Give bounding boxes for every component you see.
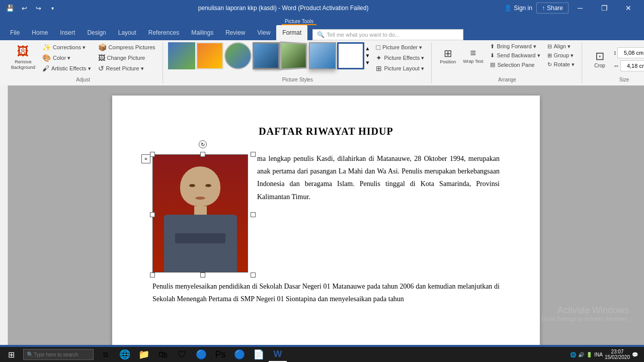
tab-references[interactable]: References xyxy=(142,25,185,40)
artistic-icon: 🖌 xyxy=(42,64,49,72)
selected-image-container[interactable]: ↻ ≡ xyxy=(152,154,253,275)
tab-design[interactable]: Design xyxy=(81,25,112,40)
handle-top-right[interactable] xyxy=(251,152,256,157)
tab-insert[interactable]: Insert xyxy=(54,25,81,40)
photoshop-button[interactable]: Ps xyxy=(211,347,229,362)
send-backward-button[interactable]: ⬇ Send Backward ▾ xyxy=(487,51,543,60)
remove-background-button[interactable]: 🖼 RemoveBackground xyxy=(8,42,38,72)
align-button[interactable]: ⊟ Align ▾ xyxy=(544,42,578,51)
rotate-button[interactable]: ↻ Rotate ▾ xyxy=(544,60,578,69)
picture-style-7[interactable] xyxy=(337,42,364,69)
selection-pane-button[interactable]: ▤ Selection Pane xyxy=(487,60,543,69)
save-icon[interactable]: 💾 xyxy=(4,2,16,14)
taskbar-search[interactable]: 🔍 xyxy=(23,349,94,360)
color-button[interactable]: 🎨 Color ▾ xyxy=(39,53,94,63)
restore-button[interactable]: ❐ xyxy=(593,0,616,16)
corrections-button[interactable]: ✨ Corrections ▾ xyxy=(39,42,94,52)
width-field[interactable] xyxy=(620,60,644,71)
picture-style-3[interactable] xyxy=(224,42,252,69)
handle-bot-mid[interactable] xyxy=(200,273,205,278)
tab-view[interactable]: View xyxy=(252,25,277,40)
sign-in-label: Sign in xyxy=(514,5,532,12)
handle-top-mid[interactable] xyxy=(200,152,205,157)
notifications-icon[interactable]: 💬 xyxy=(632,352,638,357)
picture-style-4[interactable] xyxy=(253,42,280,69)
picture-style-6[interactable] xyxy=(309,42,336,69)
align-col: ⊟ Align ▾ ⊞ Group ▾ ↻ Rotate ▾ xyxy=(544,42,578,69)
scroll-down-icon[interactable]: ▼ xyxy=(365,52,370,59)
chrome-button[interactable]: 🔵 xyxy=(192,347,210,362)
tab-layout[interactable]: Layout xyxy=(112,25,142,40)
handle-bot-left[interactable] xyxy=(150,273,155,278)
photo-head xyxy=(180,166,220,206)
crop-button[interactable]: ⊡ Crop xyxy=(587,48,612,70)
antivirus-button[interactable]: 🛡 xyxy=(173,347,191,362)
height-field[interactable] xyxy=(617,47,644,58)
picture-effects-button[interactable]: ✦ Picture Effects ▾ xyxy=(373,53,427,63)
task-view-button[interactable]: ⧉ xyxy=(97,347,115,362)
size-group: ⊡ Crop ↕ ▲ ▼ ↔ ▲ ▼ xyxy=(583,42,644,83)
tab-home[interactable]: Home xyxy=(26,25,54,40)
compress-pictures-button[interactable]: 📦 Compress Pictures xyxy=(95,42,158,52)
qa-dropdown-icon[interactable]: ▾ xyxy=(46,2,58,14)
ribbon-search[interactable]: 🔍 Tell me what you want to do... xyxy=(312,29,463,40)
width-input-row: ↔ ▲ ▼ xyxy=(613,60,644,71)
rotate-handle[interactable]: ↻ xyxy=(199,140,207,148)
bring-forward-button[interactable]: ⬆ Bring Forward ▾ xyxy=(487,42,543,51)
handle-bot-right[interactable] xyxy=(251,273,256,278)
artistic-effects-button[interactable]: 🖌 Artistic Effects ▾ xyxy=(39,63,94,73)
reset-picture-button[interactable]: ↺ Reset Picture ▾ xyxy=(95,63,158,73)
start-button[interactable]: ⊞ xyxy=(2,347,20,362)
file-explorer-button[interactable]: 📁 xyxy=(135,347,153,362)
picture-style-1[interactable] xyxy=(168,42,195,69)
system-clock[interactable]: 23:07 15/02/2020 xyxy=(605,349,630,360)
foxit-button[interactable]: 📄 xyxy=(250,347,268,362)
gallery-scroll[interactable]: ▲ ▼ ▼ xyxy=(365,45,370,66)
mouth xyxy=(195,197,205,200)
wrap-text-label: Wrap Text xyxy=(463,59,483,64)
undo-icon[interactable]: ↩ xyxy=(18,2,30,14)
tab-format[interactable]: Format xyxy=(276,25,307,40)
photo-frame xyxy=(152,154,248,273)
battery-icon[interactable]: 🔋 xyxy=(586,352,592,357)
volume-icon[interactable]: 🔊 xyxy=(578,352,584,357)
picture-border-button[interactable]: □ Picture Border ▾ xyxy=(373,42,427,52)
edge-button[interactable]: 🌐 xyxy=(116,347,134,362)
align-icon: ⊟ xyxy=(547,43,552,50)
word-button active[interactable]: W xyxy=(269,347,287,362)
quick-access-group: 💾 ↩ ↪ ▾ xyxy=(4,2,58,14)
pos-wrap-col: ⊞ Position xyxy=(437,42,459,69)
sign-in-button[interactable]: 👤 Sign in xyxy=(504,5,532,12)
size-group-label: Size xyxy=(619,76,629,83)
document-scroll[interactable]: DAFTAR RIWAYAT HIDUP ↻ ≡ xyxy=(8,85,644,345)
position-button[interactable]: ⊞ Position xyxy=(437,45,459,66)
right-eye xyxy=(205,184,211,187)
tab-review[interactable]: Review xyxy=(219,25,251,40)
network-icon[interactable]: 🌐 xyxy=(570,352,576,357)
tab-file[interactable]: File xyxy=(4,25,26,40)
picture-style-5[interactable] xyxy=(280,41,307,70)
tab-mailings[interactable]: Mailings xyxy=(185,25,219,40)
expand-gallery-icon[interactable]: ▼ xyxy=(365,59,370,66)
share-button[interactable]: ↑ Share xyxy=(536,3,569,14)
wrap-text-button[interactable]: ≡ Wrap Text xyxy=(460,42,486,69)
handle-top-left[interactable] xyxy=(150,152,155,157)
send-backward-label: Send Backward ▾ xyxy=(497,52,540,59)
scroll-up-icon[interactable]: ▲ xyxy=(365,45,370,52)
close-button[interactable]: ✕ xyxy=(617,0,640,16)
chrome-2-button[interactable]: 🔵 xyxy=(230,347,249,362)
search-placeholder: Tell me what you want to do... xyxy=(327,32,399,38)
quick-access-toolbar: 💾 ↩ ↪ ▾ xyxy=(4,2,62,14)
redo-icon[interactable]: ↪ xyxy=(32,2,44,14)
minimize-button[interactable]: ─ xyxy=(569,0,592,16)
change-picture-button[interactable]: 🖼 Change Picture xyxy=(95,53,158,63)
taskbar-search-input[interactable] xyxy=(34,352,89,357)
picture-layout-button[interactable]: ⊞ Picture Layout ▾ xyxy=(373,63,427,73)
picture-style-2[interactable] xyxy=(196,42,223,69)
wrap-text-handle[interactable]: ≡ xyxy=(141,154,150,163)
handle-mid-right[interactable] xyxy=(251,212,256,217)
handle-mid-left[interactable] xyxy=(150,212,155,217)
store-button[interactable]: 🛍 xyxy=(154,347,172,362)
group-button[interactable]: ⊞ Group ▾ xyxy=(544,51,578,60)
selection-pane-icon: ▤ xyxy=(490,61,495,68)
